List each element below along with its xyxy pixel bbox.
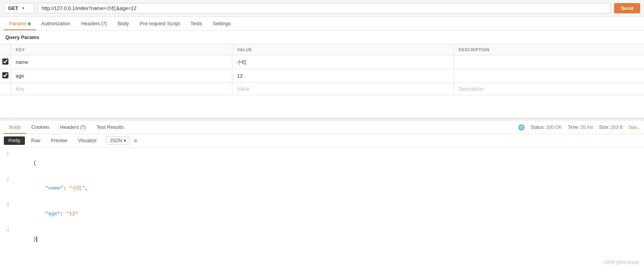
tab-settings[interactable]: Settings [208,17,236,30]
tab-headers[interactable]: Headers (7) [76,17,112,30]
tab-body[interactable]: Body [112,17,134,30]
time-value: 20 ms [580,125,593,130]
th-checkbox [0,44,11,55]
response-header: Body Cookies Headers (7) Test Results 🌐 … [0,120,644,134]
line-content-4: } [15,227,644,252]
row1-checkbox[interactable] [2,58,8,65]
method-label: GET [8,5,18,11]
placeholder-checkbox-cell [0,83,11,95]
code-line-3: 3 "age": "12" [0,201,644,227]
response-meta: 🌐 Status: 200 OK Time: 20 ms Size: 263 B… [518,124,640,130]
table-row-placeholder: Key Value Description [0,83,644,95]
line-number-1: 1 [0,151,15,158]
fmt-btn-raw[interactable]: Raw [26,136,45,145]
row1-value[interactable]: 小红 [232,55,454,69]
send-button[interactable]: Send [614,3,640,13]
table-row: name 小红 [0,55,644,69]
status-label: Status: 200 OK [531,125,562,130]
globe-icon: 🌐 [518,124,525,130]
placeholder-key[interactable]: Key [11,83,232,95]
row1-key[interactable]: name [11,55,232,69]
placeholder-value[interactable]: Value [232,83,454,95]
row1-checkbox-cell [0,55,11,69]
url-input[interactable] [38,3,611,13]
th-key: KEY [11,44,232,55]
json-type-selector[interactable]: JSON ▾ [106,136,129,145]
row2-key[interactable]: age [11,69,232,83]
tab-tests[interactable]: Tests [185,17,208,30]
format-bar: Pretty Raw Preview Visualize JSON ▾ ≡ [0,134,644,148]
request-tabs: Params Authorization Headers (7) Body Pr… [0,17,644,31]
save-link[interactable]: Sav... [629,125,640,130]
table-row: age 12 [0,69,644,83]
params-dot [28,23,31,25]
row2-checkbox-cell [0,69,11,83]
fmt-btn-pretty[interactable]: Pretty [4,136,25,145]
response-tabs: Body Cookies Headers (7) Test Results [4,120,129,134]
line-content-1: { [15,151,644,176]
line-number-2: 2 [0,176,15,183]
th-description: DESCRIPTION [454,44,644,55]
code-line-2: 2 "name": "小红", [0,176,644,201]
line-content-3: "age": "12" [15,201,644,227]
fmt-btn-visualize[interactable]: Visualize [74,136,101,145]
query-params-title: Query Params [0,31,644,44]
fmt-btn-preview[interactable]: Preview [46,136,72,145]
code-line-1: 1 { [0,151,644,176]
line-content-2: "name": "小红", [15,176,644,201]
tab-pre-request[interactable]: Pre-request Script [134,17,185,30]
th-value: VALUE [232,44,454,55]
status-value: 200 OK [546,125,562,130]
resp-tab-test-results[interactable]: Test Results [91,120,129,134]
code-view: 1 { 2 "name": "小红", 3 "age": "12" 4 } [0,148,644,255]
url-bar: GET ▾ Send [0,0,644,17]
code-line-4: 4 } [0,227,644,252]
line-number-3: 3 [0,201,15,209]
wrap-icon[interactable]: ≡ [134,138,137,144]
resp-tab-body[interactable]: Body [4,120,26,134]
spacer [0,95,644,118]
row2-checkbox[interactable] [2,72,8,78]
method-dropdown[interactable]: GET ▾ [4,3,34,13]
row2-description[interactable] [454,69,644,83]
method-chevron-icon: ▾ [22,6,24,10]
row1-description[interactable] [454,55,644,69]
params-table: KEY VALUE DESCRIPTION name 小红 age [0,44,644,95]
tab-params[interactable]: Params [4,17,36,30]
line-number-4: 4 [0,227,15,234]
cursor [36,237,37,242]
time-label: Time: 20 ms [568,125,593,130]
resp-tab-cookies[interactable]: Cookies [26,120,55,134]
tab-authorization[interactable]: Authorization [36,17,76,30]
placeholder-description[interactable]: Description [454,83,644,95]
row2-value[interactable]: 12 [232,69,454,83]
resp-tab-headers[interactable]: Headers (7) [55,120,91,134]
size-label: Size: 263 B [599,125,623,130]
size-value: 263 B [611,125,623,130]
type-chevron-icon: ▾ [124,138,126,143]
